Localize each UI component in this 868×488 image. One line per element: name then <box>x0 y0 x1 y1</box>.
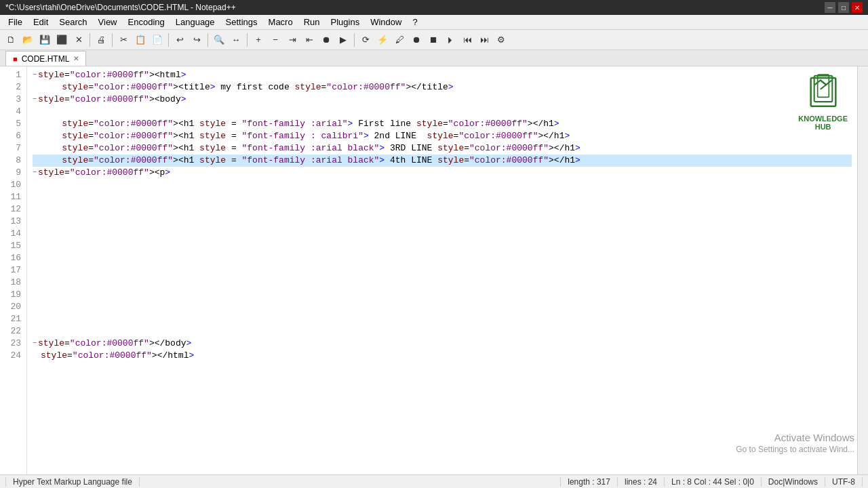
menu-help[interactable]: ? <box>407 16 422 28</box>
print-btn[interactable]: 🖨 <box>93 32 109 48</box>
menu-search[interactable]: Search <box>54 16 92 28</box>
code-content-15 <box>41 240 46 252</box>
code-content-12 <box>41 203 46 216</box>
code-content-21 <box>41 313 46 325</box>
menu-macro[interactable]: Macro <box>263 16 298 28</box>
line-number-9: 9 <box>3 167 21 179</box>
tab-code-html[interactable]: ■ CODE.HTML ✕ <box>5 51 86 66</box>
code-line-12 <box>33 203 852 216</box>
line-number-19: 19 <box>3 289 21 301</box>
title-bar-controls: ─ □ ✕ <box>825 2 863 13</box>
line-number-16: 16 <box>3 252 21 264</box>
code-line-3: −style="color:#0000ff"><body> <box>33 94 852 106</box>
next-btn[interactable]: ⏭ <box>476 32 492 48</box>
editor-container: 123456789101112131415161718192021222324 … <box>0 66 868 474</box>
title-bar: *C:\Users\rtahi\OneDrive\Documents\CODE.… <box>0 0 868 15</box>
menu-window[interactable]: Window <box>365 16 407 28</box>
line-number-5: 5 <box>3 118 21 130</box>
code-line-22 <box>33 325 852 338</box>
line-number-17: 17 <box>3 264 21 277</box>
highlight-btn[interactable]: 🖊 <box>391 32 408 48</box>
sep1 <box>90 33 90 47</box>
wrap-btn[interactable]: ⟳ <box>357 32 374 48</box>
code-line-19 <box>33 289 852 301</box>
menu-settings[interactable]: Settings <box>220 16 263 28</box>
status-bar: Hyper Text Markup Language file length :… <box>0 474 868 488</box>
close-button[interactable]: ✕ <box>852 2 863 13</box>
status-right: length : 317 lines : 24 Ln : 8 Col : 44 … <box>560 477 863 487</box>
code-content-19 <box>41 289 46 301</box>
status-doctype: Doc|Windows <box>762 477 825 487</box>
status-position: Ln : 8 Col : 44 Sel : 0|0 <box>665 477 762 487</box>
save-all-btn[interactable]: ⬛ <box>54 32 70 48</box>
code-content-1: style="color:#0000ff"><html> <box>38 69 186 81</box>
menu-edit[interactable]: Edit <box>28 16 54 28</box>
fold-marker-23[interactable]: − <box>33 338 37 350</box>
save-btn[interactable]: 💾 <box>37 32 53 48</box>
code-line-4 <box>33 106 852 118</box>
find-btn[interactable]: 🔍 <box>211 32 227 48</box>
svg-rect-1 <box>814 76 832 102</box>
sep3 <box>168 33 169 47</box>
open-btn[interactable]: 📂 <box>20 32 36 48</box>
vertical-scrollbar[interactable] <box>857 66 868 474</box>
knowledge-hub-logo: KNOWLEDGE HUB <box>798 73 848 131</box>
redo-btn[interactable]: ↪ <box>189 32 205 48</box>
code-content-22 <box>41 325 46 338</box>
line-number-7: 7 <box>3 142 21 155</box>
sep6 <box>354 33 355 47</box>
minimize-button[interactable]: ─ <box>825 2 835 13</box>
line-number-21: 21 <box>3 313 21 325</box>
title-bar-text: *C:\Users\rtahi\OneDrive\Documents\CODE.… <box>5 3 236 12</box>
menu-run[interactable]: Run <box>298 16 326 28</box>
code-area[interactable]: −style="color:#0000ff"><html> style="col… <box>27 66 857 474</box>
code-line-24: style="color:#0000ff"></html> <box>33 350 852 362</box>
zoom-out-btn[interactable]: − <box>267 32 283 48</box>
line-number-6: 6 <box>3 130 21 142</box>
run-macro-btn[interactable]: ▶ <box>335 32 351 48</box>
line-numbers: 123456789101112131415161718192021222324 <box>0 66 27 474</box>
status-length: length : 317 <box>560 477 618 487</box>
status-left: Hyper Text Markup Language file <box>5 477 140 487</box>
knowledge-hub-text2: HUB <box>798 123 848 131</box>
menu-plugins[interactable]: Plugins <box>326 16 366 28</box>
record-btn[interactable]: ⏺ <box>408 32 425 48</box>
extra-btn[interactable]: ⚙ <box>493 32 509 48</box>
menu-view[interactable]: View <box>93 16 123 28</box>
code-line-11 <box>33 191 852 203</box>
replace-btn[interactable]: ↔ <box>228 32 244 48</box>
line-number-23: 23 <box>3 338 21 350</box>
close-btn[interactable]: ✕ <box>71 32 87 48</box>
code-content-20 <box>41 301 46 313</box>
maximize-button[interactable]: □ <box>838 2 849 13</box>
line-number-13: 13 <box>3 216 21 228</box>
code-content-6: style="color:#0000ff"><h1 style = "font-… <box>41 130 570 142</box>
status-filetype: Hyper Text Markup Language file <box>5 477 140 487</box>
menu-encoding[interactable]: Encoding <box>123 16 170 28</box>
fold-marker-9[interactable]: − <box>33 167 37 179</box>
stop-btn[interactable]: ⏹ <box>425 32 441 48</box>
zoom-in-btn[interactable]: + <box>250 32 267 48</box>
code-content-16 <box>41 252 46 264</box>
line-number-20: 20 <box>3 301 21 313</box>
code-content-24: style="color:#0000ff"></html> <box>41 350 194 362</box>
status-encoding: UTF-8 <box>825 477 863 487</box>
paste-btn[interactable]: 📄 <box>149 32 165 48</box>
code-content-5: style="color:#0000ff"><h1 style = "font-… <box>41 118 559 130</box>
unindent-btn[interactable]: ⇤ <box>301 32 317 48</box>
tab-close-btn[interactable]: ✕ <box>73 55 79 62</box>
copy-btn[interactable]: 📋 <box>132 32 149 48</box>
menu-language[interactable]: Language <box>170 16 220 28</box>
undo-btn[interactable]: ↩ <box>172 32 188 48</box>
prev-btn[interactable]: ⏮ <box>459 32 475 48</box>
fold-marker-3[interactable]: − <box>33 94 37 106</box>
fold-marker-1[interactable]: − <box>33 69 37 81</box>
menu-file[interactable]: File <box>3 16 28 28</box>
cut-btn[interactable]: ✂ <box>115 32 132 48</box>
indent-btn[interactable]: ⇥ <box>284 32 300 48</box>
sep4 <box>208 33 208 47</box>
sync-btn[interactable]: ⚡ <box>374 32 391 48</box>
macro-btn[interactable]: ⏺ <box>318 32 334 48</box>
play-btn[interactable]: ⏵ <box>442 32 458 48</box>
new-btn[interactable]: 🗋 <box>3 32 19 48</box>
